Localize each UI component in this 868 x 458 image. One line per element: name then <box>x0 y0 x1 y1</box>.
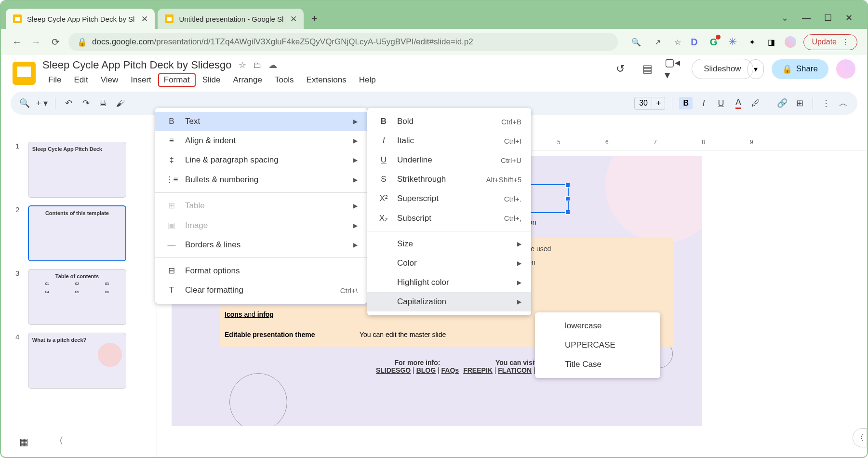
account-avatar[interactable] <box>836 59 855 79</box>
font-size-value[interactable]: 30 <box>635 98 652 108</box>
lock-icon: 🔒 <box>77 37 87 47</box>
reload-button[interactable]: ⟳ <box>49 36 62 48</box>
forward-button: → <box>30 36 42 48</box>
browser-tab[interactable]: Untitled presentation - Google Sl ✕ <box>158 9 304 29</box>
text-menu-item[interactable]: Capitalization▶ <box>367 292 531 311</box>
redo-button[interactable]: ↷ <box>80 97 92 109</box>
format-menu-item[interactable]: TClear formattingCtrl+\ <box>155 281 367 300</box>
zoom-icon[interactable]: 🔍 <box>631 38 641 47</box>
text-menu-item[interactable]: Highlight color▶ <box>367 273 531 292</box>
extension-d-icon[interactable]: D <box>688 36 700 48</box>
slide-thumbnail[interactable]: What is a pitch deck? <box>28 333 126 389</box>
text-color-button[interactable]: A <box>732 97 745 109</box>
slides-logo-icon[interactable] <box>13 62 36 85</box>
text-menu-item[interactable]: UUnderlineCtrl+U <box>367 150 531 170</box>
side-panel-icon[interactable]: ◨ <box>765 36 777 48</box>
menu-view[interactable]: View <box>95 73 124 87</box>
menu-format[interactable]: Format <box>158 73 196 87</box>
format-menu-item: ▣Image▶ <box>155 216 367 235</box>
slideshow-dropdown[interactable]: ▾ <box>748 59 764 79</box>
menu-insert[interactable]: Insert <box>125 73 157 87</box>
insert-link-button[interactable]: 🔗 <box>776 97 788 109</box>
extensions-puzzle-icon[interactable]: ✦ <box>746 36 758 48</box>
collapse-toolbar-button[interactable]: ︿ <box>837 97 850 109</box>
back-button[interactable]: ← <box>11 36 23 48</box>
share-url-icon[interactable]: ↗ <box>654 38 661 47</box>
profile-avatar-icon[interactable] <box>784 36 797 48</box>
menu-slide[interactable]: Slide <box>197 73 227 87</box>
slide-thumb-row[interactable]: 2 Contents of this template <box>15 205 126 261</box>
format-menu-item[interactable]: —Borders & lines▶ <box>155 235 367 255</box>
format-menu-item[interactable]: ≡Align & indent▶ <box>155 131 367 150</box>
paint-format-button[interactable]: 🖌 <box>114 97 127 109</box>
text-menu-item[interactable]: Size▶ <box>367 234 531 254</box>
format-menu-item[interactable]: ⊟Format options <box>155 261 367 281</box>
menu-edit[interactable]: Edit <box>68 73 93 87</box>
slide-thumbnail[interactable]: Sleep Cycle App Pitch Deck <box>28 142 126 198</box>
format-menu-item[interactable]: ⋮≡Bullets & numbering▶ <box>155 170 367 189</box>
text-menu-item[interactable]: BBoldCtrl+B <box>367 112 531 131</box>
menu-tools[interactable]: Tools <box>269 73 300 87</box>
new-slide-button[interactable]: + ▾ <box>36 97 48 109</box>
format-menu-item[interactable]: ‡Line & paragraph spacing▶ <box>155 150 367 170</box>
comments-icon[interactable]: ▤ <box>638 59 657 79</box>
menu-extensions[interactable]: Extensions <box>301 73 352 87</box>
text-menu-item[interactable]: IItalicCtrl+I <box>367 131 531 150</box>
slide-thumb-row[interactable]: 1 Sleep Cycle App Pitch Deck <box>15 142 126 198</box>
menu-arrange[interactable]: Arrange <box>227 73 267 87</box>
extension-loom-icon[interactable]: ✳ <box>726 36 739 48</box>
format-menu-item[interactable]: BText▶ <box>155 112 367 131</box>
history-icon[interactable]: ↺ <box>611 59 630 79</box>
italic-button[interactable]: I <box>697 97 710 109</box>
slide-filmstrip[interactable]: 1 Sleep Cycle App Pitch Deck 2 Contents … <box>1 137 141 457</box>
menu-help[interactable]: Help <box>353 73 382 87</box>
close-window-icon[interactable]: ✕ <box>845 13 853 23</box>
chevron-down-icon[interactable]: ⌄ <box>781 13 788 23</box>
kebab-icon: ⋮ <box>841 38 849 47</box>
text-menu-item[interactable]: Color▶ <box>367 254 531 273</box>
capitalization-submenu-dropdown: lowercaseUPPERCASETitle Case <box>535 312 660 378</box>
maximize-icon[interactable]: ☐ <box>824 13 832 23</box>
cloud-status-icon[interactable]: ☁ <box>268 60 277 70</box>
extension-grammarly-icon[interactable]: G <box>707 36 720 48</box>
font-size-control: 30 + <box>634 97 665 110</box>
text-menu-item[interactable]: X₂SubscriptCtrl+, <box>367 208 531 228</box>
capitalization-menu-item[interactable]: lowercase <box>535 316 660 336</box>
text-menu-item[interactable]: SStrikethroughAlt+Shift+5 <box>367 170 531 189</box>
bold-button[interactable]: B <box>679 97 693 109</box>
slide-thumbnail[interactable]: Table of contents010203040506 <box>28 269 126 325</box>
document-title[interactable]: Sleep Cycle App Pitch Deck by Slidesgo <box>42 59 232 71</box>
address-bar[interactable]: 🔒 docs.google.com /presentation/d/1TZq4A… <box>68 33 618 51</box>
slideshow-button[interactable]: Slideshow <box>692 59 753 79</box>
slide-thumb-row[interactable]: 4 What is a pitch deck? <box>15 333 126 389</box>
share-button[interactable]: 🔒 Share <box>772 59 828 79</box>
star-icon[interactable]: ☆ <box>239 60 246 70</box>
close-icon[interactable]: ✕ <box>290 14 297 24</box>
slide-thumbnail[interactable]: Contents of this template <box>28 205 126 261</box>
close-icon[interactable]: ✕ <box>141 14 148 24</box>
format-menu-item: ⊞Table▶ <box>155 196 367 216</box>
add-comment-button[interactable]: ⊞ <box>793 97 806 109</box>
more-options-button[interactable]: ⋮ <box>820 97 832 109</box>
highlight-button[interactable]: 🖊 <box>749 97 762 109</box>
slide-thumb-row[interactable]: 3 Table of contents010203040506 <box>15 269 126 325</box>
menu-file[interactable]: File <box>42 73 67 87</box>
new-tab-button[interactable]: + <box>311 13 318 29</box>
print-button[interactable]: 🖶 <box>97 97 109 109</box>
search-menus-icon[interactable]: 🔍 <box>18 97 31 109</box>
capitalization-menu-item[interactable]: UPPERCASE <box>535 336 660 355</box>
underline-button[interactable]: U <box>715 97 727 109</box>
browser-tab-active[interactable]: Sleep Cycle App Pitch Deck by Sl ✕ <box>6 9 155 29</box>
meet-icon[interactable]: ▢◂ ▾ <box>665 59 684 79</box>
move-folder-icon[interactable]: 🗀 <box>253 60 262 70</box>
update-button[interactable]: Update ⋮ <box>803 34 857 50</box>
capitalization-menu-item[interactable]: Title Case <box>535 355 660 374</box>
font-size-increase[interactable]: + <box>652 97 665 109</box>
minimize-icon[interactable]: — <box>802 13 811 23</box>
grid-view-button[interactable]: ▦ <box>19 436 28 447</box>
filmstrip-back-button[interactable]: 〈 <box>54 434 64 447</box>
undo-button[interactable]: ↶ <box>62 97 75 109</box>
text-menu-item[interactable]: X²SuperscriptCtrl+. <box>367 189 531 208</box>
bookmark-star-icon[interactable]: ☆ <box>674 38 681 47</box>
browser-toolbar: ← → ⟳ 🔒 docs.google.com /presentation/d/… <box>1 29 867 55</box>
